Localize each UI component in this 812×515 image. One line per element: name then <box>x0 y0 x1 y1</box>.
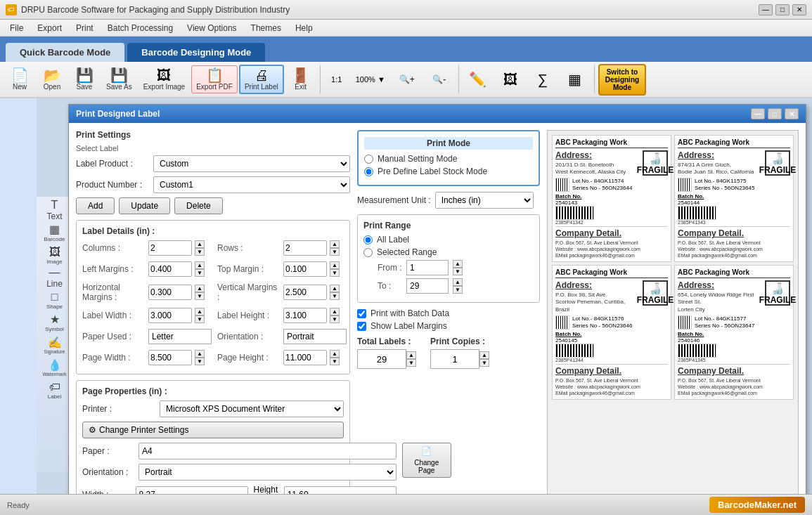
sidebar-item-barcode[interactable]: ▦ Barcode <box>39 222 70 243</box>
add-button[interactable]: Add <box>76 197 115 214</box>
page-width-spin-up[interactable]: ▲ <box>195 350 205 358</box>
image-edit-button[interactable]: 🖼 <box>495 70 526 89</box>
h-margins-spin-down[interactable]: ▼ <box>195 292 205 300</box>
zoom-out-button[interactable]: 🔍- <box>424 72 455 87</box>
label-height-input[interactable] <box>283 308 327 323</box>
v-margins-spin-down[interactable]: ▼ <box>330 292 340 300</box>
delete-button[interactable]: Delete <box>174 197 223 214</box>
h-margins-spin-up[interactable]: ▲ <box>195 285 205 292</box>
orientation-input[interactable] <box>283 329 347 344</box>
page-width-spin-down[interactable]: ▼ <box>195 358 205 365</box>
zoom-selector[interactable]: 100% ▼ <box>351 72 390 86</box>
sidebar-item-label[interactable]: 🏷 Label <box>39 379 70 400</box>
export-pdf-button[interactable]: 📋 Export PDF <box>191 65 238 93</box>
barcode-gen-button[interactable]: ▦ <box>560 70 591 89</box>
menu-view-options[interactable]: View Options <box>180 22 243 34</box>
save-button[interactable]: 💾 Save <box>69 65 100 93</box>
label-product-select[interactable]: Custom <box>153 155 350 172</box>
vertical-margins-input[interactable] <box>283 285 327 300</box>
minimize-button[interactable]: — <box>759 4 773 15</box>
sidebar-item-shape[interactable]: □ Shape <box>39 289 70 311</box>
to-spin-down[interactable]: ▼ <box>453 286 463 294</box>
menu-help[interactable]: Help <box>288 22 320 34</box>
page-height-spin-up[interactable]: ▲ <box>330 350 340 358</box>
total-labels-spin-up[interactable]: ▲ <box>406 351 416 359</box>
v-margins-spin-up[interactable]: ▲ <box>330 285 340 292</box>
sidebar-item-line[interactable]: — Line <box>39 267 70 288</box>
menu-batch-processing[interactable]: Batch Processing <box>101 22 180 34</box>
menu-themes[interactable]: Themes <box>244 22 288 34</box>
left-margins-input[interactable] <box>148 261 192 277</box>
columns-input[interactable] <box>148 240 192 256</box>
page-height-input[interactable] <box>283 350 327 365</box>
tab-barcode-designing[interactable]: Barcode Designing Mode <box>127 43 265 62</box>
menu-file[interactable]: File <box>3 22 30 34</box>
print-copies-spin-down[interactable]: ▼ <box>479 359 489 367</box>
edit-button[interactable]: ✏️ <box>463 70 494 89</box>
label-width-spin-up[interactable]: ▲ <box>195 308 205 315</box>
rows-input[interactable] <box>283 240 327 256</box>
left-margins-spin-down[interactable]: ▼ <box>195 269 205 277</box>
to-spin-up[interactable]: ▲ <box>453 278 463 286</box>
from-input[interactable] <box>406 260 449 275</box>
from-spin-down[interactable]: ▼ <box>453 268 463 275</box>
label-height-spin-down[interactable]: ▼ <box>330 315 340 323</box>
label-width-spin-down[interactable]: ▼ <box>195 315 205 323</box>
manual-mode-radio[interactable] <box>364 155 373 164</box>
to-input[interactable] <box>406 278 449 294</box>
print-batch-checkbox[interactable] <box>357 309 366 318</box>
dialog-close-button[interactable]: ✕ <box>785 108 799 119</box>
total-labels-input[interactable] <box>357 349 406 369</box>
measurement-select[interactable]: Inches (in) <box>435 192 534 209</box>
sidebar-item-signature[interactable]: ✍ Signature <box>39 334 70 356</box>
total-labels-spin-down[interactable]: ▼ <box>406 359 416 367</box>
switch-designing-button[interactable]: Switch toDesigningMode <box>598 64 646 96</box>
columns-spin-down[interactable]: ▼ <box>195 248 205 256</box>
export-image-button[interactable]: 🖼 Export Image <box>138 65 190 93</box>
predefine-mode-radio[interactable] <box>364 167 373 176</box>
print-copies-spin-up[interactable]: ▲ <box>479 351 489 359</box>
sidebar-item-symbol[interactable]: ★ Symbol <box>39 312 70 333</box>
sidebar-item-image[interactable]: 🖼 Image <box>39 245 70 266</box>
menu-print[interactable]: Print <box>69 22 101 34</box>
label-height-spin-up[interactable]: ▲ <box>330 308 340 315</box>
show-margins-checkbox[interactable] <box>357 322 366 331</box>
left-margins-spin-up[interactable]: ▲ <box>195 261 205 269</box>
product-number-select[interactable]: Custom1 <box>153 176 350 193</box>
zoom-toggle[interactable]: 1:1 <box>324 72 349 86</box>
top-margin-label: Top Margin : <box>217 264 281 274</box>
paper-used-input[interactable] <box>148 329 212 344</box>
open-button[interactable]: 📂 Open <box>37 65 67 93</box>
rows-spin-down[interactable]: ▼ <box>330 248 340 256</box>
new-button[interactable]: 📄 New <box>4 65 35 93</box>
rows-spin-up[interactable]: ▲ <box>330 240 340 248</box>
from-spin-up[interactable]: ▲ <box>453 260 463 268</box>
update-button[interactable]: Update <box>119 197 170 214</box>
columns-spin-up[interactable]: ▲ <box>195 240 205 248</box>
printer-select[interactable]: Microsoft XPS Document Writer <box>160 400 344 417</box>
exit-button[interactable]: 🚪 Exit <box>285 65 316 93</box>
save-as-button[interactable]: 💾 Save As <box>101 65 137 93</box>
print-label-button[interactable]: 🖨 Print Label <box>239 65 284 94</box>
top-margin-input[interactable] <box>283 261 327 277</box>
top-margin-spin-down[interactable]: ▼ <box>330 269 340 277</box>
close-window-button[interactable]: ✕ <box>792 4 806 15</box>
top-margin-spin-up[interactable]: ▲ <box>330 261 340 269</box>
print-copies-input[interactable] <box>430 349 479 369</box>
page-width-input[interactable] <box>148 350 192 365</box>
horizontal-margins-input[interactable] <box>148 285 192 300</box>
dialog-maximize[interactable]: □ <box>768 108 782 119</box>
selected-range-radio[interactable] <box>363 248 373 257</box>
page-height-spin-down[interactable]: ▼ <box>330 358 340 365</box>
change-printer-settings-button[interactable]: ⚙ Change Printer Settings <box>82 422 344 438</box>
sidebar-item-watermark[interactable]: 💧 Watermark <box>39 357 70 378</box>
dialog-minimize[interactable]: — <box>751 108 765 119</box>
menu-export[interactable]: Export <box>30 22 69 34</box>
formula-button[interactable]: ∑ <box>527 70 558 89</box>
all-label-radio[interactable] <box>363 235 373 245</box>
zoom-in-button[interactable]: 🔍+ <box>392 72 423 87</box>
label-width-input[interactable] <box>148 308 192 323</box>
tab-quick-barcode[interactable]: Quick Barcode Mode <box>6 43 124 62</box>
sidebar-item-text[interactable]: T Text <box>39 200 70 221</box>
maximize-button[interactable]: □ <box>775 4 790 15</box>
